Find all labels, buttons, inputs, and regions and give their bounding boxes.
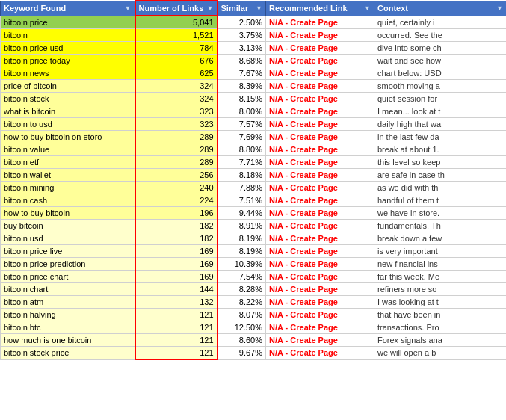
cell-links: 676 (135, 55, 217, 67)
cell-keyword: bitcoin price usd (1, 42, 135, 55)
cell-context: fundamentals. Th (374, 220, 507, 232)
cell-links: 169 (135, 245, 217, 258)
cell-keyword: price of bitcoin (1, 80, 135, 93)
cell-keyword: bitcoin price prediction (1, 258, 135, 271)
cell-links: 121 (135, 334, 217, 347)
cell-similar: 8.28% (217, 283, 266, 296)
cell-recommended[interactable]: N/A - Create Page (266, 143, 374, 156)
table-row: bitcoin news6257.67%N/A - Create Pagecha… (1, 67, 507, 80)
cell-context: chart below: USD (374, 67, 507, 80)
cell-recommended[interactable]: N/A - Create Page (266, 207, 374, 220)
filter-arrow-links[interactable]: ▼ (207, 4, 214, 12)
cell-similar: 9.67% (217, 347, 266, 360)
header-similar[interactable]: Similar ▼ (217, 1, 266, 16)
cell-recommended[interactable]: N/A - Create Page (266, 271, 374, 283)
cell-context: smooth moving a (374, 80, 507, 93)
cell-links: 169 (135, 271, 217, 283)
cell-similar: 7.67% (217, 67, 266, 80)
cell-links: 196 (135, 207, 217, 220)
header-recommended[interactable]: Recommended Link ▼ (266, 1, 374, 16)
cell-context: are safe in case th (374, 169, 507, 182)
table-row: bitcoin usd1828.19%N/A - Create Pagebrea… (1, 232, 507, 245)
cell-keyword: bitcoin value (1, 143, 135, 156)
cell-recommended[interactable]: N/A - Create Page (266, 29, 374, 42)
cell-context: refiners more so (374, 283, 507, 296)
cell-context: daily high that wa (374, 118, 507, 131)
cell-context: break down a few (374, 232, 507, 245)
cell-keyword: bitcoin etf (1, 156, 135, 169)
cell-recommended[interactable]: N/A - Create Page (266, 283, 374, 296)
cell-recommended[interactable]: N/A - Create Page (266, 182, 374, 194)
cell-recommended[interactable]: N/A - Create Page (266, 131, 374, 143)
cell-recommended[interactable]: N/A - Create Page (266, 105, 374, 118)
cell-context: occurred. See the (374, 29, 507, 42)
cell-similar: 7.57% (217, 118, 266, 131)
cell-links: 256 (135, 169, 217, 182)
header-links[interactable]: Number of Links ▼ (135, 1, 217, 16)
keyword-table: Keyword Found ▼ Number of Links ▼ Simila… (0, 0, 506, 360)
cell-recommended[interactable]: N/A - Create Page (266, 220, 374, 232)
cell-keyword: bitcoin to usd (1, 118, 135, 131)
cell-keyword: how much is one bitcoin (1, 334, 135, 347)
filter-arrow-keyword[interactable]: ▼ (125, 4, 132, 12)
table-row: bitcoin price chart1697.54%N/A - Create … (1, 271, 507, 283)
cell-recommended[interactable]: N/A - Create Page (266, 118, 374, 131)
cell-links: 132 (135, 296, 217, 309)
cell-similar: 12.50% (217, 321, 266, 334)
filter-arrow-recommended[interactable]: ▼ (364, 4, 371, 12)
cell-recommended[interactable]: N/A - Create Page (266, 169, 374, 182)
table-row: bitcoin cash2247.51%N/A - Create Pagehan… (1, 194, 507, 207)
cell-keyword: bitcoin atm (1, 296, 135, 309)
table-row: bitcoin price live1698.19%N/A - Create P… (1, 245, 507, 258)
cell-similar: 8.15% (217, 93, 266, 105)
table-row: bitcoin atm1328.22%N/A - Create PageI wa… (1, 296, 507, 309)
cell-recommended[interactable]: N/A - Create Page (266, 309, 374, 321)
header-keyword[interactable]: Keyword Found ▼ (1, 1, 135, 16)
cell-links: 323 (135, 118, 217, 131)
cell-similar: 7.88% (217, 182, 266, 194)
cell-recommended[interactable]: N/A - Create Page (266, 232, 374, 245)
cell-similar: 10.39% (217, 258, 266, 271)
cell-recommended[interactable]: N/A - Create Page (266, 245, 374, 258)
cell-keyword: bitcoin usd (1, 232, 135, 245)
header-context[interactable]: Context ▼ (374, 1, 507, 16)
cell-links: 182 (135, 232, 217, 245)
table-row: bitcoin halving1218.07%N/A - Create Page… (1, 309, 507, 321)
cell-recommended[interactable]: N/A - Create Page (266, 80, 374, 93)
cell-context: quiet session for (374, 93, 507, 105)
cell-context: quiet, certainly i (374, 16, 507, 29)
cell-similar: 8.80% (217, 143, 266, 156)
cell-links: 224 (135, 194, 217, 207)
cell-recommended[interactable]: N/A - Create Page (266, 42, 374, 55)
cell-context: far this week. Me (374, 271, 507, 283)
table-row: bitcoin btc12112.50%N/A - Create Pagetra… (1, 321, 507, 334)
cell-similar: 9.44% (217, 207, 266, 220)
cell-context: handful of them t (374, 194, 507, 207)
cell-recommended[interactable]: N/A - Create Page (266, 258, 374, 271)
filter-arrow-similar[interactable]: ▼ (256, 4, 262, 12)
cell-recommended[interactable]: N/A - Create Page (266, 296, 374, 309)
cell-links: 784 (135, 42, 217, 55)
cell-keyword: bitcoin cash (1, 194, 135, 207)
filter-arrow-context[interactable]: ▼ (496, 4, 503, 12)
cell-keyword: bitcoin btc (1, 321, 135, 334)
table-row: bitcoin chart1448.28%N/A - Create Pagere… (1, 283, 507, 296)
cell-recommended[interactable]: N/A - Create Page (266, 194, 374, 207)
cell-keyword: how to buy bitcoin on etoro (1, 131, 135, 143)
cell-recommended[interactable]: N/A - Create Page (266, 67, 374, 80)
cell-recommended[interactable]: N/A - Create Page (266, 93, 374, 105)
cell-keyword: bitcoin mining (1, 182, 135, 194)
table-row: bitcoin1,5213.75%N/A - Create Pageoccurr… (1, 29, 507, 42)
cell-recommended[interactable]: N/A - Create Page (266, 55, 374, 67)
cell-recommended[interactable]: N/A - Create Page (266, 321, 374, 334)
cell-similar: 8.60% (217, 334, 266, 347)
table-row: how much is one bitcoin1218.60%N/A - Cre… (1, 334, 507, 347)
cell-recommended[interactable]: N/A - Create Page (266, 347, 374, 360)
cell-keyword: bitcoin wallet (1, 169, 135, 182)
cell-recommended[interactable]: N/A - Create Page (266, 334, 374, 347)
cell-context: we have in store. (374, 207, 507, 220)
cell-context: in the last few da (374, 131, 507, 143)
table-row: how to buy bitcoin1969.44%N/A - Create P… (1, 207, 507, 220)
cell-recommended[interactable]: N/A - Create Page (266, 156, 374, 169)
cell-recommended[interactable]: N/A - Create Page (266, 16, 374, 29)
